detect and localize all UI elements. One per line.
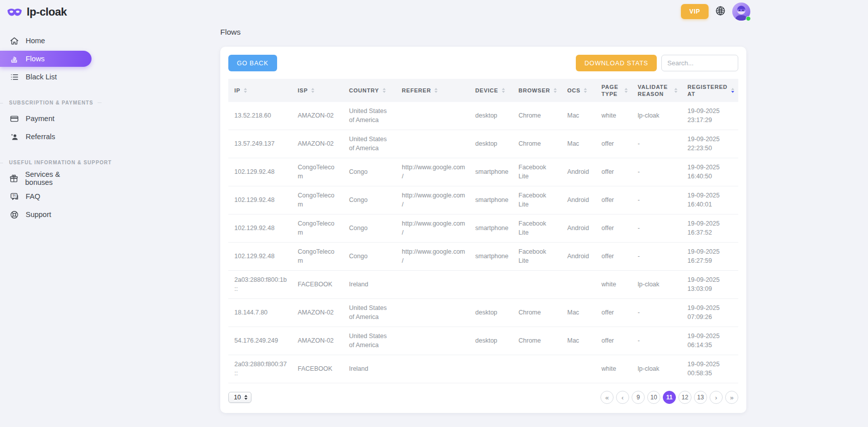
cell-country: United States of America [344, 299, 397, 327]
pagination-prev-button[interactable]: ‹ [616, 391, 629, 404]
cell-device: smartphone [470, 186, 513, 215]
column-header-isp[interactable]: ISP [293, 79, 344, 102]
sidebar-item-payment[interactable]: Payment [0, 111, 92, 127]
sort-icon [244, 88, 247, 93]
table-row: 102.129.92.48CongoTelecomCongohttp://www… [228, 243, 738, 271]
sidebar-item-flows[interactable]: Flows [0, 51, 92, 67]
cell-browser: Chrome [513, 299, 562, 327]
table-row: 102.129.92.48CongoTelecomCongohttp://www… [228, 158, 738, 186]
blacklist-icon [9, 72, 19, 82]
cell-referer: http://www.google.com/ [397, 243, 470, 271]
cell-ocs: Android [562, 186, 596, 215]
gift-icon [9, 173, 19, 183]
pagination-page-button[interactable]: 9 [632, 391, 645, 404]
cell-referer [397, 299, 470, 327]
search-input[interactable] [661, 55, 738, 71]
cell-registered_at: 19-09-202516:37:52 [682, 215, 738, 243]
column-header-device[interactable]: DEVICE [470, 79, 513, 102]
cell-browser: Facebook Lite [513, 158, 562, 186]
table-row: 18.144.7.80AMAZON-02United States of Ame… [228, 299, 738, 327]
cell-referer [397, 130, 470, 158]
cell-page_type: offer [596, 186, 633, 215]
cell-ip: 54.176.249.249 [228, 327, 293, 355]
sidebar-item-referrals[interactable]: Referrals [0, 129, 92, 145]
page-size-select[interactable]: 10 [228, 392, 251, 403]
pagination-page-button[interactable]: 10 [647, 391, 660, 404]
cell-isp: AMAZON-02 [293, 299, 344, 327]
main-content: Flows GO BACK DOWNLOAD STATS IPISPCOUNTR… [220, 0, 746, 413]
cell-isp: FACEBOOK [293, 355, 344, 383]
table-row: 102.129.92.48CongoTelecomCongohttp://www… [228, 215, 738, 243]
cell-browser: Chrome [513, 130, 562, 158]
cell-device: desktop [470, 327, 513, 355]
brand[interactable]: lp-cloak [0, 0, 111, 24]
sidebar-item-black-list[interactable]: Black List [0, 69, 92, 85]
page-size-value: 10 [234, 394, 241, 401]
column-header-country[interactable]: COUNTRY [344, 79, 397, 102]
cell-country: United States of America [344, 327, 397, 355]
pagination-next-button[interactable]: › [710, 391, 723, 404]
sidebar-item-home[interactable]: Home [0, 33, 92, 49]
column-header-ocs[interactable]: OCS [562, 79, 596, 102]
pagination-first-button[interactable]: « [600, 391, 614, 404]
cell-referer: http://www.google.com/ [397, 186, 470, 215]
cell-referer: http://www.google.com/ [397, 158, 470, 186]
cell-page_type: white [596, 355, 633, 383]
cell-browser [513, 271, 562, 299]
payment-icon [9, 114, 19, 124]
column-label: OCS [567, 87, 580, 94]
column-header-browser[interactable]: BROWSER [513, 79, 562, 102]
sidebar-item-support[interactable]: Support [0, 206, 92, 223]
cell-ocs: Android [562, 243, 596, 271]
cell-ip: 18.144.7.80 [228, 299, 293, 327]
sort-icon [674, 88, 677, 93]
pagination-page-button[interactable]: 13 [694, 391, 707, 404]
column-header-validate_reason[interactable]: VALIDATE REASON [633, 79, 682, 102]
cell-country: Congo [344, 186, 397, 215]
column-header-referer[interactable]: REFERER [397, 79, 470, 102]
column-header-page_type[interactable]: PAGE TYPE [596, 79, 633, 102]
cell-referer [397, 355, 470, 383]
cell-validate_reason: lp-cloak [633, 355, 682, 383]
cell-referer [397, 271, 470, 299]
cell-isp: AMAZON-02 [293, 130, 344, 158]
table-row: 102.129.92.48CongoTelecomCongohttp://www… [228, 186, 738, 215]
cell-referer [397, 327, 470, 355]
cell-device: desktop [470, 130, 513, 158]
cell-device: smartphone [470, 215, 513, 243]
pagination-page-button[interactable]: 12 [678, 391, 691, 404]
cell-validate_reason: - [633, 243, 682, 271]
cell-ip: 102.129.92.48 [228, 158, 293, 186]
cell-validate_reason: - [633, 215, 682, 243]
pagination-last-button[interactable]: » [725, 391, 738, 404]
cell-browser: Chrome [513, 102, 562, 130]
table-body: 13.52.218.60AMAZON-02United States of Am… [228, 102, 738, 383]
cell-registered_at: 19-09-202516:40:01 [682, 186, 738, 215]
column-header-registered_at[interactable]: REGISTERED AT [682, 79, 738, 102]
cell-ocs: Mac [562, 130, 596, 158]
cell-page_type: white [596, 102, 633, 130]
column-label: PAGE TYPE [601, 83, 621, 98]
column-header-ip[interactable]: IP [228, 79, 293, 102]
cell-validate_reason: lp-cloak [633, 102, 682, 130]
table-row: 2a03:2880:f800:1b::FACEBOOKIrelandwhitel… [228, 271, 738, 299]
pagination-page-button-active[interactable]: 11 [663, 391, 676, 404]
cell-registered_at: 19-09-202522:23:50 [682, 130, 738, 158]
cell-ip: 13.57.249.137 [228, 130, 293, 158]
cell-referer [397, 102, 470, 130]
sort-icon [383, 88, 386, 93]
cell-ip: 102.129.92.48 [228, 243, 293, 271]
brand-name: lp-cloak [27, 6, 67, 19]
sidebar-item-faq[interactable]: ?! FAQ [0, 188, 92, 204]
sidebar-item-services-bonuses[interactable]: Services & bonuses [0, 170, 92, 186]
cell-page_type: white [596, 271, 633, 299]
download-stats-button[interactable]: DOWNLOAD STATS [576, 55, 657, 71]
flows-card: GO BACK DOWNLOAD STATS IPISPCOUNTRYREFER… [220, 47, 746, 413]
cell-registered_at: 19-09-202523:17:29 [682, 102, 738, 130]
go-back-button[interactable]: GO BACK [228, 55, 277, 71]
cell-ip: 13.52.218.60 [228, 102, 293, 130]
cell-isp: CongoTelecom [293, 215, 344, 243]
table-header-row: IPISPCOUNTRYREFERERDEVICEBROWSEROCSPAGE … [228, 79, 738, 102]
column-label: IP [234, 87, 240, 94]
cell-validate_reason: - [633, 158, 682, 186]
